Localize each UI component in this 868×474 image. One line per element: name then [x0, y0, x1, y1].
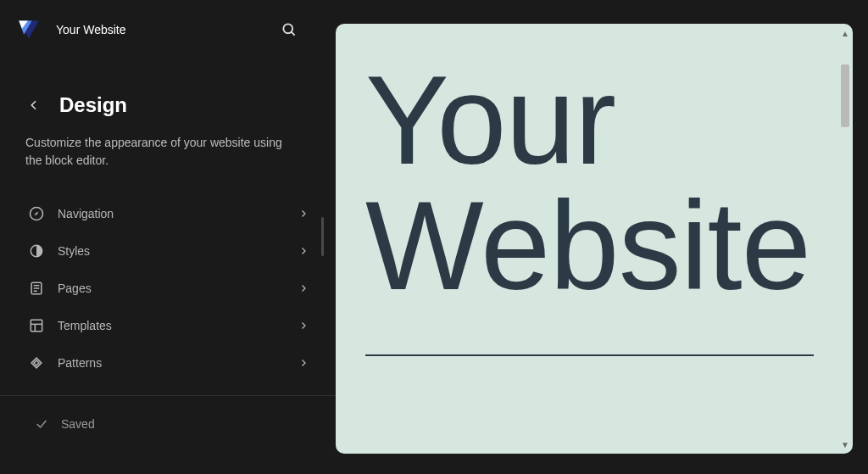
half-circle-icon — [27, 242, 46, 260]
saved-label: Saved — [61, 417, 95, 431]
scroll-down-icon[interactable]: ▼ — [839, 438, 851, 450]
section-title: Design — [59, 93, 127, 117]
chevron-right-icon — [297, 244, 310, 258]
check-icon — [34, 416, 49, 432]
menu-item-templates[interactable]: Templates — [19, 307, 327, 344]
chevron-right-icon — [297, 319, 310, 332]
chevron-right-icon — [297, 282, 310, 295]
preview-heading: Your Website — [365, 58, 823, 309]
menu-list: Navigation Styles — [0, 195, 336, 382]
preview-pane: Your Website ▲ ▼ — [336, 0, 868, 474]
sidebar-header: Your Website — [0, 0, 336, 59]
menu-item-label: Patterns — [58, 356, 297, 370]
search-button[interactable] — [276, 17, 302, 42]
section-header: Design — [0, 59, 336, 127]
svg-rect-12 — [31, 320, 42, 331]
menu-item-label: Navigation — [58, 207, 297, 220]
scroll-up-icon[interactable]: ▲ — [839, 27, 851, 39]
preview-underline — [365, 354, 814, 356]
compass-icon — [27, 204, 46, 223]
preview-scrollbar-thumb[interactable] — [841, 64, 849, 127]
section-description: Customize the appearance of your website… — [0, 127, 314, 195]
diamond-icon — [27, 354, 46, 372]
site-logo-icon[interactable] — [17, 18, 41, 42]
svg-marker-6 — [35, 212, 39, 216]
svg-rect-16 — [34, 360, 39, 365]
preview-frame[interactable]: Your Website ▲ ▼ — [336, 24, 853, 454]
page-icon — [27, 279, 46, 298]
chevron-left-icon — [27, 98, 41, 112]
back-button[interactable] — [25, 97, 42, 114]
svg-line-4 — [292, 32, 295, 36]
chevron-right-icon — [297, 356, 310, 370]
site-title[interactable]: Your Website — [56, 23, 126, 36]
menu-item-label: Styles — [58, 244, 297, 258]
search-icon — [281, 21, 298, 38]
menu-item-patterns[interactable]: Patterns — [19, 344, 327, 382]
menu-item-pages[interactable]: Pages — [19, 270, 327, 307]
saved-status: Saved — [0, 396, 336, 432]
menu-item-navigation[interactable]: Navigation — [19, 195, 327, 232]
chevron-right-icon — [297, 207, 310, 220]
svg-rect-15 — [31, 358, 42, 368]
menu-item-label: Pages — [58, 282, 297, 295]
sidebar-scrollbar-thumb[interactable] — [321, 217, 324, 256]
sidebar: Your Website Design Custom — [0, 0, 336, 474]
menu-item-label: Templates — [58, 319, 297, 332]
svg-point-3 — [283, 24, 292, 33]
preview-scrollbar[interactable]: ▲ ▼ — [839, 27, 851, 450]
menu-item-styles[interactable]: Styles — [19, 232, 327, 270]
layout-icon — [27, 316, 46, 335]
